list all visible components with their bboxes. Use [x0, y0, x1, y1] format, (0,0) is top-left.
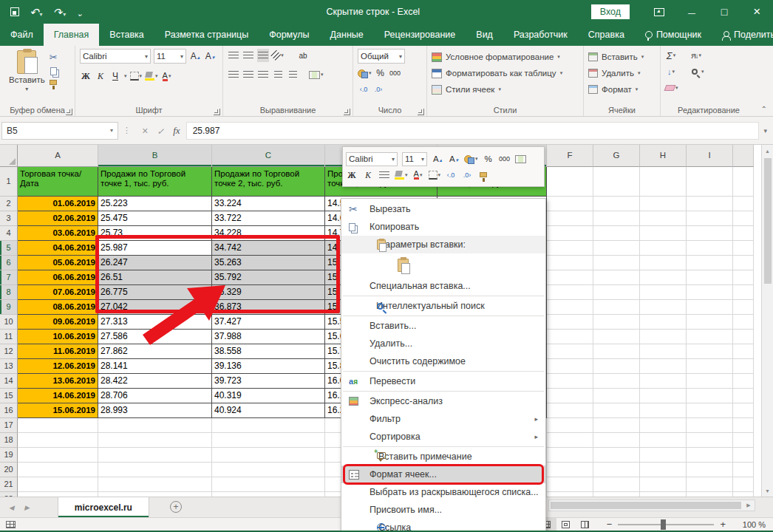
cell-H20[interactable] — [640, 463, 687, 477]
cell-H7[interactable] — [640, 270, 687, 285]
cell-A13[interactable]: 12.06.2019 — [18, 359, 98, 374]
qat-customize-button[interactable] — [76, 7, 83, 18]
cell-B15[interactable]: 28.706 — [98, 389, 212, 403]
menu-item-cut[interactable]: Вырезать — [341, 200, 545, 218]
cell-A2[interactable]: 01.06.2019 — [18, 197, 98, 211]
fill-button[interactable] — [665, 65, 677, 78]
insert-cells-button[interactable]: Вставить — [588, 49, 657, 65]
row-header-20[interactable]: 20 — [0, 463, 18, 477]
new-sheet-button[interactable] — [170, 501, 182, 513]
menu-item-sort[interactable]: Сортировка — [341, 428, 545, 446]
cell-G16[interactable] — [593, 403, 640, 418]
cell-F4[interactable] — [547, 226, 593, 241]
cell-A16[interactable]: 15.06.2019 — [18, 403, 98, 418]
cell-C14[interactable]: 39.723 — [212, 374, 325, 389]
alignment-dialog-launcher[interactable] — [344, 109, 350, 115]
row-header-1[interactable]: 1 — [0, 167, 18, 197]
close-button[interactable] — [740, 0, 773, 24]
tab-formulas[interactable]: Формулы — [259, 24, 319, 46]
column-header-A[interactable]: A — [18, 145, 98, 167]
cell-G13[interactable] — [593, 359, 640, 374]
menu-item-paste-option[interactable] — [341, 253, 545, 277]
cell-I13[interactable] — [687, 359, 733, 374]
column-header-partial[interactable] — [733, 145, 754, 167]
orientation-button[interactable] — [272, 49, 284, 62]
cell-partial-18[interactable] — [733, 433, 754, 448]
cell-C10[interactable]: 37.427 — [212, 315, 325, 330]
font-name-select[interactable]: Calibri — [80, 49, 151, 64]
zoom-level[interactable]: 100 % — [733, 520, 766, 529]
decrease-decimal-button[interactable] — [372, 83, 384, 96]
row-header-7[interactable]: 7 — [0, 270, 18, 285]
increase-decimal-button[interactable] — [358, 83, 370, 96]
wrap-text-button[interactable]: ab — [297, 49, 309, 62]
clipboard-dialog-launcher[interactable] — [66, 109, 72, 115]
cell-partial-13[interactable] — [733, 359, 754, 374]
row-header-13[interactable]: 13 — [0, 359, 18, 374]
mini-font-color-button[interactable]: А — [412, 168, 424, 182]
cell-C21[interactable] — [212, 477, 325, 492]
scroll-right-icon[interactable] — [743, 502, 755, 508]
cell-F16[interactable] — [547, 403, 593, 418]
cell-partial-14[interactable] — [733, 374, 754, 389]
cell-A18[interactable] — [18, 433, 98, 448]
cell-F5[interactable] — [547, 241, 593, 256]
cell-partial-3[interactable] — [733, 211, 754, 226]
confirm-entry-icon[interactable] — [157, 124, 164, 137]
cell-partial-8[interactable] — [733, 285, 754, 300]
cell-A1[interactable]: Торговая точка/ Дата — [18, 167, 98, 197]
cell-G7[interactable] — [593, 270, 640, 285]
tab-page-layout[interactable]: Разметка страницы — [154, 24, 259, 46]
accounting-format-button[interactable] — [358, 66, 372, 80]
cell-A21[interactable] — [18, 477, 98, 492]
increase-font-button[interactable]: A — [189, 50, 201, 63]
cell-G11[interactable] — [593, 330, 640, 344]
cell-A14[interactable]: 13.06.2019 — [18, 374, 98, 389]
merge-center-button[interactable] — [309, 68, 324, 81]
cell-I18[interactable] — [687, 433, 733, 448]
cell-I21[interactable] — [687, 477, 733, 492]
cell-C3[interactable]: 33.722 — [212, 211, 325, 226]
previous-sheet-icon[interactable] — [9, 504, 14, 511]
align-right-button[interactable] — [257, 68, 269, 81]
insert-function-button[interactable]: fx — [173, 125, 180, 137]
mini-accounting-button[interactable] — [464, 152, 478, 166]
cell-G8[interactable] — [593, 285, 640, 300]
cell-G21[interactable] — [593, 477, 640, 492]
ribbon-display-options-button[interactable] — [643, 0, 675, 24]
vertical-scrollbar[interactable] — [761, 145, 773, 497]
cell-A17[interactable] — [18, 418, 98, 433]
copy-button[interactable] — [50, 67, 57, 75]
collapse-ribbon-button[interactable] — [761, 105, 767, 113]
cell-C20[interactable] — [212, 463, 325, 477]
conditional-formatting-button[interactable]: Условное форматирование — [432, 49, 580, 65]
cell-A19[interactable] — [18, 448, 98, 463]
cell-I6[interactable] — [687, 256, 733, 270]
borders-button[interactable] — [130, 69, 143, 83]
cell-partial-21[interactable] — [733, 477, 754, 492]
cell-partial-9[interactable] — [733, 300, 754, 315]
cell-partial-16[interactable] — [733, 403, 754, 418]
cell-G2[interactable] — [593, 197, 640, 211]
cell-H5[interactable] — [640, 241, 687, 256]
cell-B19[interactable] — [98, 448, 212, 463]
cell-H17[interactable] — [640, 418, 687, 433]
cell-I15[interactable] — [687, 389, 733, 403]
cut-button[interactable] — [50, 52, 58, 63]
zoom-out-button[interactable]: − — [607, 519, 613, 530]
cell-H10[interactable] — [640, 315, 687, 330]
cell-partial-20[interactable] — [733, 463, 754, 477]
number-dialog-launcher[interactable] — [418, 109, 424, 115]
cell-I5[interactable] — [687, 241, 733, 256]
cell-F6[interactable] — [547, 256, 593, 270]
cell-I8[interactable] — [687, 285, 733, 300]
row-header-16[interactable]: 16 — [0, 403, 18, 418]
cell-C11[interactable]: 37.988 — [212, 330, 325, 344]
zoom-in-button[interactable]: + — [720, 519, 726, 530]
cell-I7[interactable] — [687, 270, 733, 285]
cell-C12[interactable]: 38.558 — [212, 344, 325, 359]
align-center-button[interactable] — [242, 68, 254, 81]
undo-button[interactable] — [30, 7, 43, 18]
cell-B2[interactable]: 25.223 — [98, 197, 212, 211]
cell-G9[interactable] — [593, 300, 640, 315]
